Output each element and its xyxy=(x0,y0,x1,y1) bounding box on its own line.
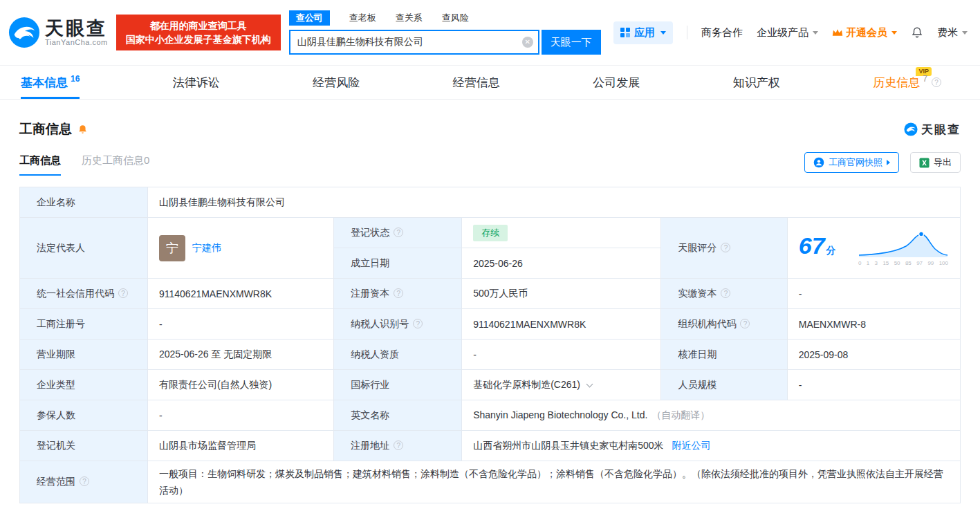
help-icon[interactable] xyxy=(118,288,128,298)
score-value: 67分 0131550859799100 xyxy=(787,218,960,279)
field-label-taxpayer-id: 纳税人识别号 xyxy=(334,309,462,340)
apps-menu-button[interactable]: 应用 xyxy=(613,21,673,44)
reg-status-value: 存续 xyxy=(462,218,661,248)
search-tabs: 查公司 查老板 查关系 查风险 xyxy=(289,10,601,26)
brand-domain: TianYanCha.com xyxy=(45,38,108,46)
company-section-tabs: 基本信息 16 法律诉讼 经营风险 经营信息 公司发展 知识产权 VIP 历史信… xyxy=(0,65,980,100)
field-label-company-name: 企业名称 xyxy=(20,187,148,218)
excel-icon xyxy=(919,158,930,168)
subtab-history-business-info[interactable]: 历史工商信息0 xyxy=(82,154,149,176)
industry-value: 基础化学原料制造(C261) xyxy=(462,370,661,400)
username: 费米 xyxy=(937,26,958,39)
field-label-taxpayer-quality: 纳税人资质 xyxy=(334,340,462,370)
search-tab-boss[interactable]: 查老板 xyxy=(349,12,376,24)
tab-company-development[interactable]: 公司发展 xyxy=(593,66,640,99)
help-icon[interactable] xyxy=(394,440,403,450)
user-menu[interactable]: 费米 xyxy=(937,26,968,39)
export-button[interactable]: 导出 xyxy=(910,152,961,173)
help-icon[interactable] xyxy=(394,288,403,298)
tab-intellectual-property[interactable]: 知识产权 xyxy=(733,66,780,99)
tab-operation-info[interactable]: 经营信息 xyxy=(453,66,500,99)
notifications-bell-icon[interactable] xyxy=(911,26,923,39)
reg-capital-value: 500万人民币 xyxy=(462,279,661,309)
help-icon[interactable] xyxy=(413,319,423,328)
apps-grid-icon xyxy=(620,28,630,37)
approval-date-value: 2025-09-08 xyxy=(787,340,960,370)
divider xyxy=(687,26,687,39)
status-badge: 存续 xyxy=(473,225,508,241)
field-label-paid-capital: 实缴资本 xyxy=(661,279,787,309)
tab-history-info[interactable]: VIP 历史信息 7 xyxy=(873,66,941,99)
field-label-company-type: 企业类型 xyxy=(20,370,148,400)
field-label-business-scope: 经营范围 xyxy=(20,461,148,503)
reg-authority-value: 山阴县市场监督管理局 xyxy=(147,431,333,461)
reg-number-value: - xyxy=(147,309,333,340)
auto-translate-note: （自动翻译） xyxy=(651,409,710,420)
tianyancha-company-page: 天眼查 TianYanCha.com 都在用的商业查询工具 国家中小企业发展子基… xyxy=(0,0,980,520)
field-label-org-code: 组织机构代码 xyxy=(661,309,787,340)
field-label-english-name: 英文名称 xyxy=(334,400,462,431)
search-tab-relation[interactable]: 查关系 xyxy=(396,12,423,24)
nav-business-coop[interactable]: 商务合作 xyxy=(701,26,743,39)
business-info-table: 企业名称 山阴县佳鹏生物科技有限公司 法定代表人 宁 宁建伟 登记状态 存续 天… xyxy=(19,187,961,503)
tab-basic-info[interactable]: 基本信息 16 xyxy=(21,66,80,99)
nav-enterprise-products[interactable]: 企业级产品 xyxy=(757,26,818,39)
official-snapshot-button[interactable]: 工商官网快照 xyxy=(804,152,899,173)
subtab-business-info[interactable]: 工商信息 xyxy=(19,154,61,176)
english-name-value: Shanyin Jiapeng Biotechnology Co., Ltd.（… xyxy=(462,400,961,431)
tab-count: 7 xyxy=(923,74,927,84)
table-row: 企业类型 有限责任公司(自然人独资) 国标行业 基础化学原料制造(C261) 人… xyxy=(20,370,961,400)
paid-capital-value: - xyxy=(787,279,960,309)
help-icon[interactable] xyxy=(394,228,403,237)
field-label-reg-address: 注册地址 xyxy=(334,431,462,461)
score-marker xyxy=(919,232,924,236)
clear-search-icon[interactable] xyxy=(522,37,533,48)
score-distribution-chart: 0131550859799100 xyxy=(858,230,949,266)
legal-rep-value: 宁 宁建伟 xyxy=(147,218,333,279)
chevron-down-icon xyxy=(891,31,897,35)
legal-rep-avatar[interactable]: 宁 xyxy=(159,235,185,261)
company-type-value: 有限责任公司(自然人独资) xyxy=(147,370,333,400)
corner-brand-logo: 天眼查 xyxy=(904,122,961,138)
reg-address-value: 山西省朔州市山阴县玉井镇史家屯村南500米附近公司 xyxy=(462,431,961,461)
person-badge-icon xyxy=(813,157,824,168)
tianyancha-logo-icon xyxy=(8,17,40,48)
insured-count-value: - xyxy=(147,400,333,431)
score-chart-ticks: 0131550859799100 xyxy=(858,260,949,266)
table-row: 经营范围 一般项目：生物饲料研发；煤炭及制品销售；建筑材料销售；涂料制造（不含危… xyxy=(20,461,961,503)
nav-open-vip[interactable]: 开通会员 xyxy=(832,26,897,39)
chevron-down-icon xyxy=(660,31,666,35)
legal-rep-link[interactable]: 宁建伟 xyxy=(192,242,221,254)
search-input[interactable] xyxy=(289,30,539,55)
brand-name: 天眼查 xyxy=(45,19,108,38)
search-tab-risk[interactable]: 查风险 xyxy=(442,12,469,24)
table-row: 法定代表人 宁 宁建伟 登记状态 存续 天眼评分 67分 xyxy=(20,218,961,248)
chevron-down-icon xyxy=(962,31,968,35)
arrow-right-icon xyxy=(887,160,890,165)
help-icon[interactable] xyxy=(80,476,89,486)
table-row: 参保人数 - 英文名称 Shanyin Jiapeng Biotechnolog… xyxy=(20,400,961,431)
tianyancha-logo[interactable]: 天眼查 TianYanCha.com xyxy=(8,17,108,48)
score-number: 67分 xyxy=(799,234,836,262)
staff-size-value: - xyxy=(787,370,960,400)
help-icon[interactable] xyxy=(721,288,730,298)
tab-count: 16 xyxy=(71,74,80,84)
help-icon[interactable] xyxy=(932,77,941,87)
subtab-row: 工商信息 历史工商信息0 工商官网快照 导出 xyxy=(19,152,961,177)
monitor-bell-icon[interactable] xyxy=(77,124,88,135)
taxpayer-quality-value: - xyxy=(462,340,661,370)
nearby-companies-link[interactable]: 附近公司 xyxy=(672,440,711,451)
help-icon[interactable] xyxy=(740,319,750,328)
chevron-down-icon[interactable] xyxy=(586,380,593,387)
search-button[interactable]: 天眼一下 xyxy=(542,30,601,55)
field-label-reg-number: 工商注册号 xyxy=(20,309,148,340)
tab-legal-litigation[interactable]: 法律诉讼 xyxy=(173,66,220,99)
establish-date-value: 2025-06-26 xyxy=(462,248,661,279)
business-term-value: 2025-06-26 至 无固定期限 xyxy=(147,340,333,370)
tab-operation-risk[interactable]: 经营风险 xyxy=(313,66,360,99)
chevron-down-icon xyxy=(813,31,818,35)
tianyancha-logo-icon xyxy=(904,122,918,136)
help-icon[interactable] xyxy=(721,243,730,252)
credit-code-value: 91140621MAENXMWR8K xyxy=(147,279,333,309)
search-tab-company[interactable]: 查公司 xyxy=(289,10,330,26)
